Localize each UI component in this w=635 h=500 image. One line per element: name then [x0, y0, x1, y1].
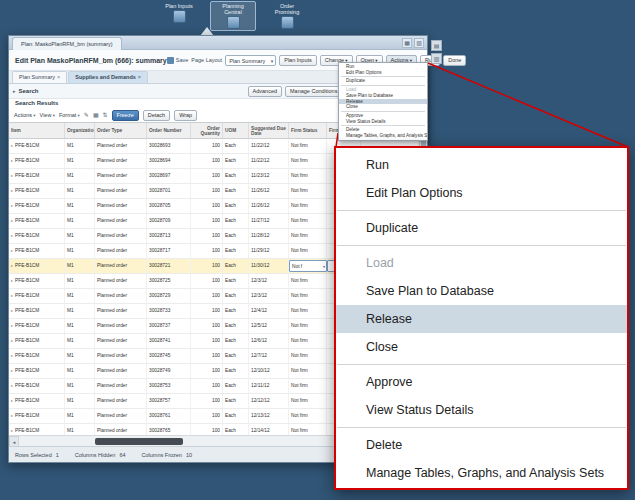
- nav-item[interactable]: Order Promising: [264, 1, 310, 31]
- row-expand-icon[interactable]: ▸: [11, 338, 13, 343]
- firm-status-cell[interactable]: Not firm: [289, 424, 327, 435]
- actions-menu-item[interactable]: Load: [336, 249, 627, 277]
- firm-status-cell[interactable]: Not firm: [289, 394, 327, 408]
- sort-icon[interactable]: ⇅: [103, 110, 108, 120]
- row-expand-icon[interactable]: ▸: [11, 233, 13, 238]
- row-expand-icon[interactable]: ▸: [11, 308, 13, 313]
- firm-status-cell[interactable]: Not firm: [289, 214, 327, 228]
- firm-status-cell[interactable]: Not firm: [289, 229, 327, 243]
- side-panel-icon-2[interactable]: ▥: [431, 53, 442, 64]
- actions-menu-item[interactable]: Duplicate: [336, 214, 627, 242]
- column-header-order-number[interactable]: Order Number: [147, 123, 191, 138]
- column-header-suggested-due-date[interactable]: Suggested Due Date: [249, 123, 289, 138]
- column-header-order-quantity[interactable]: Order Quantity: [191, 123, 223, 138]
- panel-toggle-icon[interactable]: ▥: [414, 38, 424, 48]
- firm-status-cell[interactable]: Not firm: [289, 409, 327, 423]
- firm-status-cell[interactable]: Not firm: [289, 334, 327, 348]
- save-button[interactable]: Save: [167, 57, 189, 64]
- actions-menu-item[interactable]: Manage Tables, Graphs, and Analysis Sets: [336, 459, 627, 487]
- row-expand-icon[interactable]: ▸: [11, 173, 13, 178]
- firm-status-cell[interactable]: Not firm: [289, 289, 327, 303]
- row-expand-icon[interactable]: ▸: [11, 188, 13, 193]
- row-expand-icon[interactable]: ▸: [11, 263, 13, 268]
- row-expand-icon[interactable]: ▸: [11, 203, 13, 208]
- firm-status-cell[interactable]: Not firm: [289, 139, 327, 153]
- document-tab[interactable]: Supplies and Demands×: [68, 71, 148, 83]
- row-expand-icon[interactable]: ▸: [11, 398, 13, 403]
- freeze-button[interactable]: Freeze: [112, 110, 139, 121]
- grid-layout-icon[interactable]: ▦: [402, 38, 412, 48]
- table-menu-trigger[interactable]: View: [40, 112, 55, 118]
- actions-menu-item[interactable]: Delete: [336, 431, 627, 459]
- firm-status-cell[interactable]: Not firm: [289, 319, 327, 333]
- row-expand-icon[interactable]: ▸: [11, 158, 13, 163]
- detach-button[interactable]: Detach: [143, 110, 170, 121]
- column-header-organization[interactable]: Organization: [65, 123, 95, 138]
- actions-menu-item[interactable]: Close: [339, 104, 427, 110]
- edit-icon[interactable]: ✎: [84, 110, 89, 120]
- row-expand-icon[interactable]: ▸: [11, 278, 13, 283]
- expand-icon[interactable]: ▸: [13, 88, 16, 94]
- firm-status-cell[interactable]: Not firm: [289, 304, 327, 318]
- row-expand-icon[interactable]: ▸: [11, 293, 13, 298]
- nav-item[interactable]: Plan Inputs: [156, 1, 202, 31]
- row-expand-icon[interactable]: ▸: [11, 383, 13, 388]
- actions-menu-item[interactable]: [341, 76, 425, 77]
- row-expand-icon[interactable]: ▸: [11, 413, 13, 418]
- firm-status-cell[interactable]: Not firm: [289, 349, 327, 363]
- toolbar-button[interactable]: Done: [443, 55, 466, 66]
- actions-menu-item[interactable]: View Status Details: [339, 119, 427, 125]
- row-expand-icon[interactable]: ▸: [11, 248, 13, 253]
- firm-status-cell[interactable]: Not firm: [289, 364, 327, 378]
- firm-status-cell[interactable]: Not f: [289, 260, 327, 272]
- window-tab[interactable]: Plan: MaskoPlanRFM_bm (summary): [12, 37, 122, 50]
- actions-menu-item[interactable]: Close: [336, 333, 627, 361]
- actions-menu-item[interactable]: Edit Plan Options: [339, 70, 427, 76]
- row-expand-icon[interactable]: ▸: [11, 323, 13, 328]
- toolbar-button[interactable]: Plan Inputs: [279, 55, 317, 66]
- actions-menu-item[interactable]: View Status Details: [336, 396, 627, 424]
- row-expand-icon[interactable]: ▸: [11, 353, 13, 358]
- wrap-button[interactable]: Wrap: [174, 110, 197, 121]
- manage-conditions-button[interactable]: Manage Conditions: [285, 86, 342, 97]
- firm-status-cell[interactable]: Not firm: [289, 184, 327, 198]
- actions-menu-item[interactable]: [337, 245, 626, 246]
- page-layout-select[interactable]: Plan Summary: [225, 55, 276, 66]
- row-expand-icon[interactable]: ▸: [11, 428, 13, 433]
- table-menu-trigger[interactable]: Actions: [14, 112, 36, 118]
- actions-menu-item[interactable]: Save Plan to Database: [336, 277, 627, 305]
- firm-status-cell[interactable]: Not firm: [289, 379, 327, 393]
- actions-menu-item[interactable]: [337, 427, 626, 428]
- column-header-order-type[interactable]: Order Type: [95, 123, 147, 138]
- actions-menu-item[interactable]: Release: [336, 305, 627, 333]
- firm-status-cell[interactable]: Not firm: [289, 199, 327, 213]
- firm-status-cell[interactable]: Not firm: [289, 244, 327, 258]
- column-header-item[interactable]: Item: [9, 123, 65, 138]
- actions-menu-item[interactable]: Run: [336, 151, 627, 179]
- firm-status-cell[interactable]: Not firm: [289, 274, 327, 288]
- table-menu-trigger[interactable]: Format: [59, 112, 80, 118]
- nav-item[interactable]: Planning Central: [210, 1, 256, 31]
- document-tab[interactable]: Plan Summary×: [12, 71, 67, 83]
- actions-menu-item[interactable]: Manage Tables, Graphs, and Analysis Sets: [339, 133, 427, 139]
- actions-menu-item[interactable]: Approve: [336, 368, 627, 396]
- actions-menu-item[interactable]: [341, 111, 425, 112]
- actions-menu-item[interactable]: [337, 364, 626, 365]
- side-panel-icon-1[interactable]: ▤: [431, 40, 442, 51]
- row-expand-icon[interactable]: ▸: [11, 368, 13, 373]
- advanced-button[interactable]: Advanced: [248, 86, 282, 97]
- row-expand-icon[interactable]: ▸: [11, 143, 13, 148]
- column-header-uom[interactable]: UOM: [223, 123, 249, 138]
- column-header-firm-status[interactable]: Firm Status: [289, 123, 327, 138]
- firm-status-cell[interactable]: Not firm: [289, 169, 327, 183]
- actions-menu-item[interactable]: Edit Plan Options: [336, 179, 627, 207]
- tab-close-icon[interactable]: ×: [57, 74, 60, 80]
- row-expand-icon[interactable]: ▸: [11, 218, 13, 223]
- actions-menu-item[interactable]: Duplicate: [339, 78, 427, 84]
- tab-close-icon[interactable]: ×: [138, 74, 141, 80]
- actions-menu-item[interactable]: [337, 210, 626, 211]
- horizontal-scroll-thumb[interactable]: [95, 438, 183, 445]
- grid-icon[interactable]: ▦: [93, 110, 99, 120]
- actions-menu-item[interactable]: [341, 85, 425, 86]
- firm-status-cell[interactable]: Not firm: [289, 154, 327, 168]
